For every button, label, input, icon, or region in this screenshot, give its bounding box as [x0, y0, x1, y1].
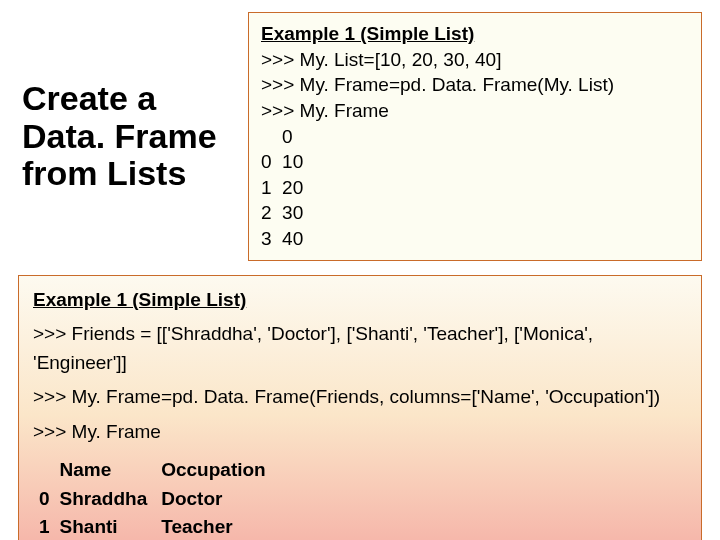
example-top-line: 1 20 [261, 175, 689, 201]
example-top-heading: Example 1 (Simple List) [261, 21, 689, 47]
table-header-cell: Name [60, 456, 162, 485]
table-cell: Teacher [161, 513, 280, 540]
example-1-bottom: Example 1 (Simple List) >>> Friends = [[… [18, 275, 702, 540]
table-row: 0 Shraddha Doctor [39, 485, 280, 514]
table-header-row: Name Occupation [39, 456, 280, 485]
example-top-line: 0 [261, 124, 689, 150]
output-table: Name Occupation 0 Shraddha Doctor 1 Shan… [33, 456, 687, 540]
table-row: 1 Shanti Teacher [39, 513, 280, 540]
example-top-line: 0 10 [261, 149, 689, 175]
table-cell: Doctor [161, 485, 280, 514]
table-cell: Shraddha [60, 485, 162, 514]
example-top-line: >>> My. List=[10, 20, 30, 40] [261, 47, 689, 73]
table-cell: Shanti [60, 513, 162, 540]
example-bottom-line: >>> My. Frame=pd. Data. Frame(Friends, c… [33, 383, 687, 412]
example-bottom-heading: Example 1 (Simple List) [33, 286, 687, 315]
example-bottom-line: >>> Friends = [['Shraddha', 'Doctor'], [… [33, 320, 687, 377]
table-cell: 1 [39, 513, 60, 540]
example-top-line: 3 40 [261, 226, 689, 252]
slide-title-box: Create a Data. Frame from Lists [18, 12, 236, 261]
example-top-line: >>> My. Frame [261, 98, 689, 124]
example-bottom-line: >>> My. Frame [33, 418, 687, 447]
slide-title: Create a Data. Frame from Lists [22, 80, 232, 192]
example-top-line: >>> My. Frame=pd. Data. Frame(My. List) [261, 72, 689, 98]
table-header-cell: Occupation [161, 456, 280, 485]
example-top-line: 2 30 [261, 200, 689, 226]
table-header-cell [39, 456, 60, 485]
table-cell: 0 [39, 485, 60, 514]
example-1-top: Example 1 (Simple List) >>> My. List=[10… [248, 12, 702, 261]
